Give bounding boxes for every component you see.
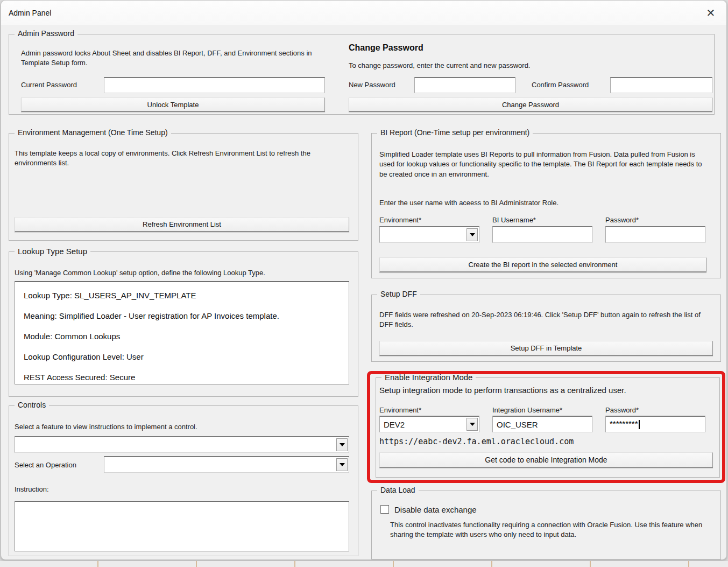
get-code-button[interactable]: Get code to enable Integration Mode <box>379 452 713 468</box>
refresh-environment-list-button[interactable]: Refresh Environment List <box>15 217 349 232</box>
lookup-type-setup-description: Using 'Manage Common Lookup' setup optio… <box>15 268 351 278</box>
bi-username-label: BI Username* <box>492 216 536 224</box>
change-password-button[interactable]: Change Password <box>349 97 712 112</box>
window-title: Admin Panel <box>9 9 51 17</box>
bi-username-input[interactable] <box>492 226 592 243</box>
setup-dff-button[interactable]: Setup DFF in Template <box>379 341 713 356</box>
create-bi-report-button[interactable]: Create the BI report in the selected env… <box>379 257 706 272</box>
title-bar: Admin Panel ✕ <box>1 1 726 25</box>
lookup-type-listbox[interactable]: Lookup Type: SL_USERS_AP_INV_TEMPLATE Me… <box>15 281 349 384</box>
feature-select[interactable] <box>15 436 349 453</box>
integration-environment-value: DEV2 <box>384 420 467 429</box>
list-item: Module: Common Lookups <box>15 323 349 344</box>
disable-data-exchange-label: Disable data exchange <box>394 505 477 514</box>
bi-report-legend: BI Report (One-Time setup per environmen… <box>377 128 533 137</box>
close-icon[interactable]: ✕ <box>703 5 719 21</box>
setup-dff-group: Setup DFF DFF fields were refreshed on 2… <box>371 295 721 362</box>
chevron-down-icon[interactable] <box>336 458 348 471</box>
data-load-legend: Data Load <box>377 486 419 494</box>
controls-feature-instruction: Select a feature to view instructions to… <box>15 422 351 432</box>
disable-data-exchange-checkbox[interactable] <box>380 505 389 514</box>
confirm-password-label: Confirm Password <box>532 81 589 89</box>
admin-password-group: Admin Password Admin password locks Abou… <box>9 34 715 115</box>
bi-environment-label: Environment* <box>379 216 421 224</box>
bi-report-instruction: Enter the user name with aceess to BI Ad… <box>379 198 711 208</box>
instruction-label: Instruction: <box>15 485 49 493</box>
lookup-type-setup-legend: Lookup Type Setup <box>15 247 90 256</box>
text-cursor <box>639 420 640 429</box>
admin-password-description: Admin password locks About Sheet and dis… <box>21 48 332 68</box>
excel-sheet-edge <box>0 561 728 567</box>
list-item: REST Access Secured: Secure <box>15 364 349 384</box>
integration-environment-select[interactable]: DEV2 <box>379 416 479 432</box>
instruction-textarea[interactable] <box>15 501 349 551</box>
integration-environment-label: Environment* <box>379 406 421 414</box>
integration-mode-group: Enable Integration Mode Setup integratio… <box>376 377 720 478</box>
controls-legend: Controls <box>15 401 49 409</box>
bi-password-input[interactable] <box>605 226 705 243</box>
environment-management-group: Environment Management (One Time Setup) … <box>9 133 358 241</box>
integration-password-input[interactable]: ********* <box>605 416 705 432</box>
bi-report-description: Simplified Loader template uses BI Repor… <box>379 150 711 179</box>
admin-panel-dialog: Admin Panel ✕ Admin Password Admin passw… <box>1 0 727 560</box>
integration-environment-url: https://eabc-dev2.fa.eml.oraclecloud.com <box>379 436 716 447</box>
integration-mode-legend: Enable Integration Mode <box>381 373 476 382</box>
data-load-description: This control inactivates functionality r… <box>390 520 711 540</box>
new-password-input[interactable] <box>414 77 515 93</box>
integration-username-label: Integration Username* <box>492 406 562 414</box>
bi-environment-select[interactable] <box>379 226 479 243</box>
chevron-down-icon[interactable] <box>467 228 478 241</box>
confirm-password-input[interactable] <box>610 77 712 93</box>
integration-password-label: Password* <box>605 406 639 414</box>
unlock-template-button[interactable]: Unlock Template <box>21 97 325 112</box>
list-item: Lookup Configuration Level: User <box>15 344 349 364</box>
current-password-label: Current Password <box>21 81 77 89</box>
current-password-input[interactable] <box>104 77 325 93</box>
new-password-label: New Password <box>349 81 395 89</box>
data-load-group: Data Load Disable data exchange This con… <box>371 491 721 559</box>
change-password-heading: Change Password <box>349 43 423 53</box>
setup-dff-legend: Setup DFF <box>377 290 420 298</box>
change-password-description: To change password, enter the current an… <box>349 61 693 71</box>
lookup-type-setup-group: Lookup Type Setup Using 'Manage Common L… <box>9 251 358 397</box>
environment-management-legend: Environment Management (One Time Setup) <box>15 128 171 137</box>
chevron-down-icon[interactable] <box>467 418 478 431</box>
chevron-down-icon[interactable] <box>336 438 348 451</box>
setup-dff-description: DFF fields were refreshed on 20-Sep-2023… <box>379 310 702 330</box>
admin-password-legend: Admin Password <box>15 29 77 38</box>
operation-select[interactable] <box>104 456 349 473</box>
controls-group: Controls Select a feature to view instru… <box>9 405 358 556</box>
bi-password-label: Password* <box>605 216 639 224</box>
integration-mode-description: Setup integration mode to perform transa… <box>379 384 716 396</box>
integration-username-input[interactable] <box>492 416 592 432</box>
list-item: Lookup Type: SL_USERS_AP_INV_TEMPLATE <box>15 282 349 303</box>
environment-management-description: This template keeps a local copy of envi… <box>15 149 347 169</box>
integration-password-value: ********* <box>610 419 638 428</box>
list-item: Meaning: Simplified Loader - User regist… <box>15 303 349 323</box>
bi-report-group: BI Report (One-Time setup per environmen… <box>371 133 721 278</box>
select-operation-label: Select an Operation <box>15 461 76 469</box>
